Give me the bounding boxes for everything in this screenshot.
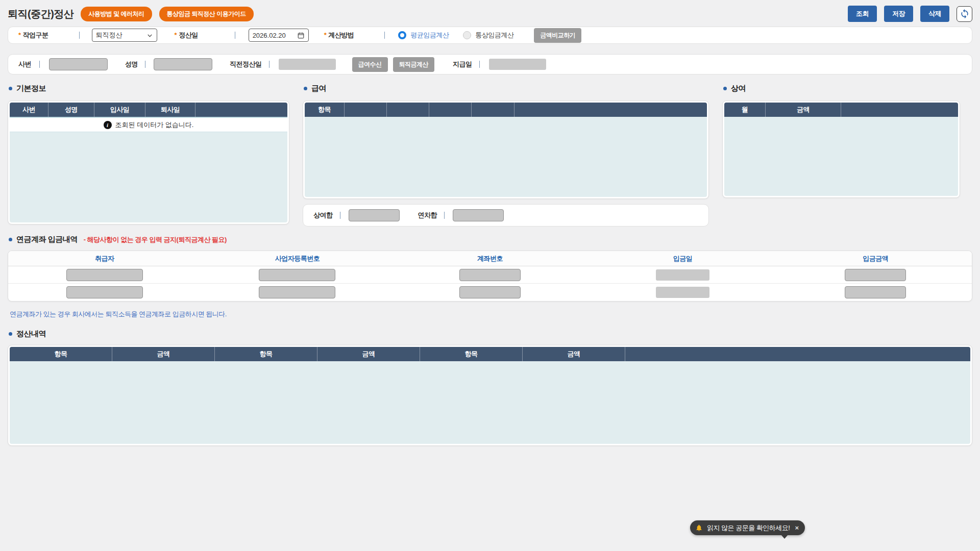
- search-button[interactable]: 조회: [848, 6, 877, 22]
- salary-totals-row: 상여합 연차합: [303, 204, 709, 227]
- basic-info-table: 사번 성명 입사일 퇴사일 i 조회된 데이터가 없습니다.: [8, 101, 289, 224]
- column-header: [841, 103, 958, 117]
- pension-row: [8, 284, 972, 301]
- emp-no-field: [49, 58, 108, 70]
- no-data-message: 조회된 데이터가 없습니다.: [115, 120, 194, 130]
- column-header: 입사일: [94, 103, 145, 117]
- no-data-row: i 조회된 데이터가 없습니다.: [10, 117, 287, 132]
- column-header: 금액: [317, 347, 420, 361]
- column-header: 금액: [112, 347, 215, 361]
- divider: [444, 212, 445, 219]
- bonus-title-row: 상여: [723, 84, 960, 93]
- section-bullet: [9, 332, 12, 336]
- name-label: 성명: [125, 60, 138, 69]
- close-icon[interactable]: ×: [795, 524, 798, 532]
- unread-notice-toast[interactable]: 읽지 않은 공문을 확인하세요! ×: [690, 520, 805, 535]
- column-header: 취급자: [8, 254, 201, 263]
- salary-column: 급여 항목 상여합 연차합: [303, 74, 709, 227]
- section-bullet: [304, 87, 307, 90]
- prev-settle-field: [279, 59, 336, 70]
- employee-bar: 사번 성명 직전정산일 급여수신 퇴직금계산 지급일: [8, 54, 972, 74]
- divider: [145, 61, 145, 68]
- column-header: [625, 347, 970, 361]
- column-header: 퇴사일: [145, 103, 195, 117]
- bonus-body: [724, 117, 958, 196]
- required-marker: *: [18, 31, 21, 39]
- average-wage-radio[interactable]: [398, 31, 406, 39]
- refresh-icon: [960, 9, 970, 19]
- divider: [79, 32, 80, 39]
- annual-total-field: [453, 209, 504, 221]
- amount-compare-button[interactable]: 금액비교하기: [534, 28, 581, 43]
- page-title: 퇴직(중간)정산: [8, 7, 74, 21]
- pension-table: 취급자 사업자등록번호 계좌번호 입금일 입금금액: [8, 251, 972, 302]
- salary-title: 급여: [311, 84, 326, 93]
- divider: [269, 61, 270, 68]
- column-header: 금액: [766, 103, 841, 117]
- severance-calc-button[interactable]: 퇴직금계산: [393, 57, 435, 72]
- basic-info-body: [10, 132, 287, 222]
- column-header: [472, 103, 514, 117]
- settle-date-input[interactable]: 2026.02.20: [249, 29, 309, 42]
- calc-method-label: *계산방법: [324, 31, 354, 40]
- basic-info-column: 기본정보 사번 성명 입사일 퇴사일 i 조회된 데이터가 없습니다.: [8, 74, 289, 227]
- column-header: 입금일: [586, 254, 779, 263]
- column-header: [345, 103, 387, 117]
- account-no-field: [459, 269, 521, 281]
- divider: [384, 32, 385, 39]
- basic-info-title-row: 기본정보: [9, 84, 289, 93]
- work-type-select[interactable]: 퇴직정산: [92, 29, 157, 42]
- name-field: [154, 58, 212, 70]
- column-header: 항목: [10, 347, 112, 361]
- settlement-title: 정산내역: [16, 329, 46, 339]
- annual-total-label: 연차합: [418, 211, 437, 220]
- business-reg-no-field: [259, 286, 335, 298]
- pay-date-field: [489, 59, 546, 70]
- save-button[interactable]: 저장: [884, 6, 913, 22]
- salary-body: [305, 117, 707, 197]
- deposit-amount-field: [845, 286, 906, 298]
- salary-header: 항목: [305, 103, 707, 117]
- salary-title-row: 급여: [304, 84, 709, 93]
- calendar-icon: [297, 32, 305, 39]
- column-header: 계좌번호: [394, 254, 586, 263]
- average-wage-radio-label[interactable]: 평균임금계산: [410, 31, 449, 40]
- refresh-button[interactable]: [957, 6, 972, 22]
- column-header: [429, 103, 472, 117]
- emp-no-label: 사번: [18, 60, 31, 69]
- chevron-down-icon: [146, 32, 153, 39]
- pension-help-note: 연금계좌가 있는 경우 회사에서는 퇴직소득을 연금계좌로 입금하시면 됩니다.: [10, 310, 972, 319]
- pay-date-label: 지급일: [453, 60, 472, 69]
- ordinary-wage-radio[interactable]: [463, 31, 471, 39]
- pension-row: [8, 266, 972, 284]
- section-bullet: [723, 87, 727, 90]
- bonus-header: 월 금액: [724, 103, 958, 117]
- settle-date-label: *정산일: [175, 31, 198, 40]
- column-header: 금액: [523, 347, 625, 361]
- delete-button[interactable]: 삭제: [920, 6, 949, 22]
- bonus-title: 상여: [731, 84, 746, 93]
- bonus-total-label: 상여합: [313, 211, 333, 220]
- ordinary-wage-radio-label[interactable]: 통상임금계산: [475, 31, 513, 40]
- pension-title-row: 연금계좌 입금내역 - 해당사항이 없는 경우 입력 금지(퇴직금계산 필요): [9, 235, 972, 244]
- salary-receive-button[interactable]: 급여수신: [352, 57, 388, 72]
- work-type-value: 퇴직정산: [96, 31, 122, 40]
- usage-error-guide-button[interactable]: 사용방법 및 에러처리: [81, 7, 152, 21]
- handler-field: [66, 269, 143, 281]
- section-bullet: [9, 87, 12, 90]
- column-header: [514, 103, 707, 117]
- bell-icon: [695, 524, 703, 532]
- column-header: 입금금액: [779, 254, 972, 263]
- handler-field: [66, 286, 143, 298]
- ordinary-wage-guide-button[interactable]: 통상임금 퇴직정산 이용가이드: [159, 7, 254, 21]
- divider: [340, 212, 340, 219]
- divider: [39, 61, 40, 68]
- pension-title: 연금계좌 입금내역: [16, 235, 78, 244]
- bonus-total-field: [349, 209, 400, 221]
- bonus-column: 상여 월 금액: [722, 74, 960, 227]
- basic-info-title: 기본정보: [16, 84, 46, 93]
- prev-settle-label: 직전정산일: [230, 60, 262, 69]
- column-header: 성명: [48, 103, 94, 117]
- column-header: 월: [724, 103, 766, 117]
- column-header: 사번: [10, 103, 48, 117]
